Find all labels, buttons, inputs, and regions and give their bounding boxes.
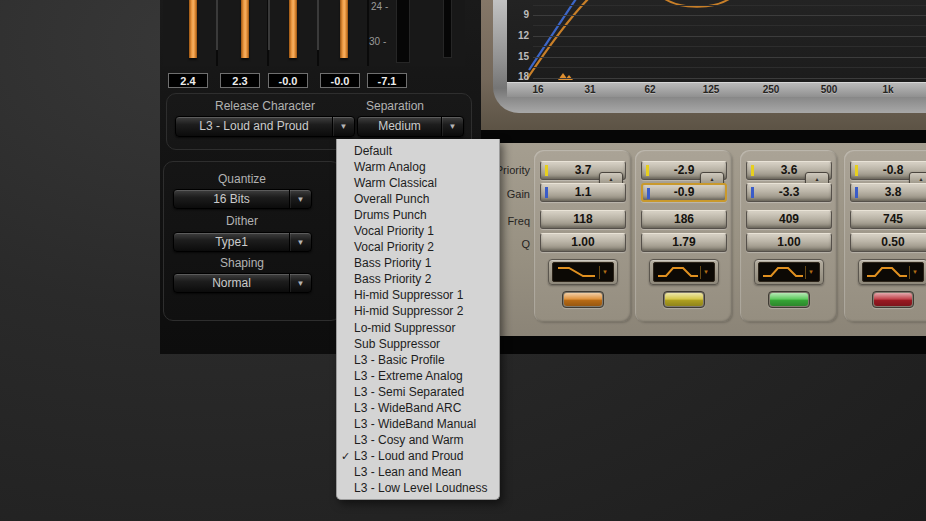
band1-gain-field[interactable]: 1.1	[540, 183, 626, 202]
release-character-label: Release Character	[190, 99, 340, 113]
x-axis-tick: 16	[523, 84, 553, 95]
menu-item[interactable]: Bass Priority 1	[337, 255, 499, 271]
band1-indicator-light[interactable]	[562, 291, 604, 308]
gridline	[533, 36, 926, 37]
band2-gain-field-selected[interactable]: -0.9	[641, 183, 727, 202]
band3-q-field[interactable]: 1.00	[746, 233, 832, 252]
band4-indicator-light[interactable]	[872, 291, 914, 308]
checkmark-icon: ✓	[341, 448, 350, 464]
x-axis-tick: 500	[814, 84, 844, 95]
quantize-value: 16 Bits	[174, 190, 289, 208]
band4-freq-field[interactable]: 745	[850, 210, 926, 229]
menu-item[interactable]: Bass Priority 2	[337, 271, 499, 287]
chevron-down-icon[interactable]: ▼	[289, 190, 311, 208]
menu-item[interactable]: Overall Punch	[337, 191, 499, 207]
band3-gain-field[interactable]: -3.3	[746, 183, 832, 202]
menu-item[interactable]: Warm Analog	[337, 159, 499, 175]
menu-item[interactable]: L3 - WideBand ARC	[337, 400, 499, 416]
band2-q-field[interactable]: 1.79	[641, 233, 727, 252]
menu-item-selected[interactable]: ✓L3 - Loud and Proud	[337, 448, 499, 464]
meter-bar	[189, 0, 197, 58]
band3-filter-shape-button[interactable]: ▼	[754, 259, 824, 285]
light-gloss	[874, 293, 912, 306]
chevron-down-icon[interactable]: ▼	[441, 117, 463, 136]
gridline	[533, 25, 926, 26]
menu-item[interactable]: L3 - Cosy and Warm	[337, 432, 499, 448]
chevron-down-icon[interactable]: ▼	[808, 269, 814, 275]
x-axis-tick: 250	[756, 84, 786, 95]
band1-filter-shape-button[interactable]: ▼	[548, 259, 618, 285]
dither-dropdown[interactable]: Type1 ▼	[173, 232, 312, 252]
meter-scale-tick: 24 -	[371, 1, 388, 12]
gridline	[533, 46, 926, 47]
menu-item[interactable]: Vocal Priority 1	[337, 223, 499, 239]
band3-indicator-light[interactable]	[768, 291, 810, 308]
y-axis-tick: 18	[509, 71, 529, 82]
band2-filter-shape-button[interactable]: ▼	[649, 259, 719, 285]
menu-item[interactable]: L3 - Lean and Mean	[337, 464, 499, 480]
band3-freq-field[interactable]: 409	[746, 210, 832, 229]
band2-freq-field[interactable]: 186	[641, 210, 727, 229]
y-axis-tick: 9	[509, 9, 529, 21]
shaping-value: Normal	[174, 274, 289, 292]
menu-item[interactable]: Hi-mid Suppressor 1	[337, 287, 499, 303]
band1-q-field[interactable]: 1.00	[540, 233, 626, 252]
chevron-down-icon[interactable]: ▼	[703, 269, 709, 275]
filter-shape-bandpass-icon: ▼	[653, 262, 715, 282]
meter-track	[216, 0, 218, 50]
menu-item[interactable]: L3 - Semi Separated	[337, 384, 499, 400]
gain-tick-icon	[647, 188, 650, 199]
divider	[805, 266, 806, 279]
menu-item[interactable]: L3 - Low Level Loudness	[337, 480, 499, 496]
quantize-label: Quantize	[182, 172, 302, 186]
page-background: 24 - 30 - 2.4 2.3 -0.0 -0.0 -7.1 Release…	[0, 0, 926, 521]
meter-bar	[340, 0, 348, 58]
gridline	[533, 5, 926, 6]
separation-dropdown[interactable]: Medium ▼	[357, 116, 464, 137]
release-character-dropdown[interactable]: L3 - Loud and Proud ▼	[175, 116, 355, 137]
chevron-down-icon[interactable]: ▼	[289, 233, 311, 251]
chevron-down-icon[interactable]: ▼	[912, 269, 918, 275]
chevron-down-icon[interactable]: ▼	[602, 269, 608, 275]
menu-item[interactable]: Vocal Priority 2	[337, 239, 499, 255]
dither-label: Dither	[182, 214, 302, 228]
y-axis-tick: 15	[509, 51, 529, 63]
filter-shape-bandpass-icon: ▼	[758, 262, 820, 282]
priority-tick-icon	[751, 165, 754, 176]
menu-item[interactable]: L3 - Extreme Analog	[337, 368, 499, 384]
menu-item[interactable]: Default	[337, 143, 499, 159]
divider	[700, 266, 701, 279]
menu-item[interactable]: Sub Suppressor	[337, 336, 499, 352]
menu-item[interactable]: L3 - Basic Profile	[337, 352, 499, 368]
separation-value: Medium	[358, 117, 441, 136]
chevron-down-icon[interactable]: ▼	[289, 274, 311, 292]
priority-tick-icon	[855, 165, 858, 176]
quantize-dropdown[interactable]: 16 Bits ▼	[173, 189, 312, 209]
menu-item[interactable]: L3 - WideBand Manual	[337, 416, 499, 432]
priority-tick-icon	[545, 165, 548, 176]
release-character-menu: Default Warm Analog Warm Classical Overa…	[336, 139, 500, 500]
panel-divider	[481, 130, 926, 144]
band2-indicator-light[interactable]	[663, 291, 705, 308]
priority-tick-icon	[646, 165, 649, 176]
attenuation-meter	[443, 0, 452, 58]
meter-track	[317, 0, 319, 50]
shaping-dropdown[interactable]: Normal ▼	[173, 273, 312, 293]
light-gloss	[564, 293, 602, 306]
band1-freq-field[interactable]: 118	[540, 210, 626, 229]
dynamics-graph: 9 12 15 18	[507, 0, 926, 82]
chevron-down-icon[interactable]: ▼	[332, 117, 354, 136]
gridline	[533, 67, 926, 68]
band4-q-field[interactable]: 0.50	[850, 233, 926, 252]
band4-gain-field[interactable]: 3.8	[850, 183, 926, 202]
light-gloss	[770, 293, 808, 306]
gain-tick-icon	[855, 187, 858, 198]
menu-item[interactable]: Warm Classical	[337, 175, 499, 191]
gridline	[533, 78, 926, 79]
y-axis-tick: 12	[509, 30, 529, 42]
menu-item[interactable]: Drums Punch	[337, 207, 499, 223]
gridline	[533, 57, 926, 58]
menu-item[interactable]: Hi-mid Suppressor 2	[337, 303, 499, 319]
menu-item[interactable]: Lo-mid Suppressor	[337, 320, 499, 336]
band4-filter-shape-button[interactable]: ▼	[858, 259, 926, 285]
